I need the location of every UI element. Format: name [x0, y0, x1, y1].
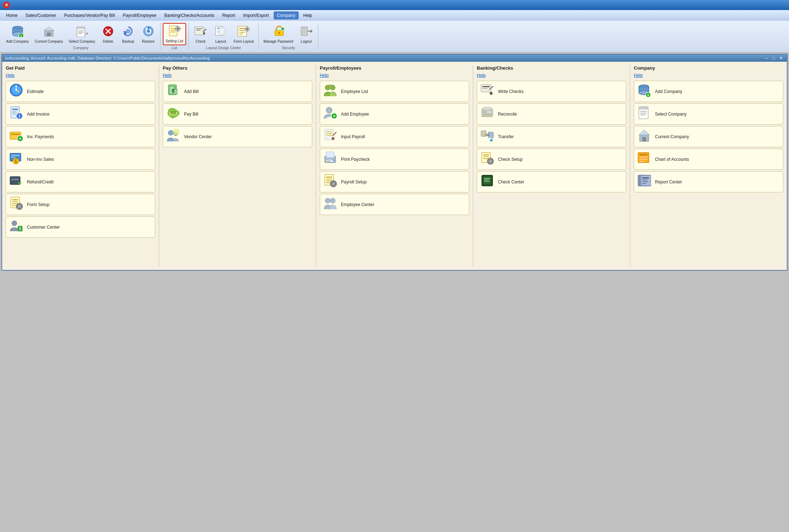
toolbar-btn-manage-password[interactable]: + Manage Password	[261, 24, 296, 45]
action-btn-chart-of-accounts[interactable]: Chart of Accounts	[634, 149, 783, 170]
action-btn-write-checks[interactable]: Write Checks	[477, 81, 626, 102]
svg-point-104	[168, 130, 173, 135]
svg-rect-143	[483, 114, 491, 115]
toolbar-btn-label-delete: Delete	[103, 39, 113, 43]
reconcile-icon	[480, 106, 494, 122]
window-title: ezAccounting, Account: Accounting.mdb, D…	[5, 56, 210, 60]
svg-rect-90	[12, 205, 16, 206]
action-btn-employee-center[interactable]: Employee Center	[320, 194, 469, 215]
svg-rect-174	[640, 115, 645, 115]
column-help-company[interactable]: Help	[634, 73, 783, 78]
toolbar: + Add Company Current Company Select Com…	[0, 21, 789, 52]
menu-item-import[interactable]: Import/Export	[240, 11, 272, 19]
non-inv-sales-icon: $	[9, 151, 23, 167]
toolbar-btn-backup[interactable]: Backup	[119, 24, 138, 45]
action-btn-customer-center[interactable]: Customer Center	[6, 216, 155, 238]
toolbar-btn-check[interactable]: Check	[191, 24, 210, 45]
svg-rect-161	[483, 177, 491, 185]
action-btn-input-payroll[interactable]: Input Payroll	[320, 126, 469, 147]
svg-rect-34	[196, 30, 200, 31]
action-btn-report-center[interactable]: Report Center	[634, 171, 783, 192]
close-btn[interactable]: ✕	[778, 56, 784, 61]
toolbar-btn-select-company[interactable]: Select Company	[66, 24, 97, 45]
svg-rect-116	[326, 135, 332, 136]
employee-center-icon	[323, 196, 337, 213]
column-help-pay-others[interactable]: Help	[163, 73, 312, 78]
action-btn-add-employee[interactable]: + Add Employee	[320, 103, 469, 125]
action-btn-refund-credit[interactable]: Refund/Credit	[6, 171, 155, 192]
svg-point-92	[18, 205, 21, 208]
menu-item-purchases[interactable]: Purchases/Vendor/Pay Bill	[61, 11, 118, 19]
column-help-get-paid[interactable]: Help	[6, 73, 155, 78]
column-divider	[159, 65, 159, 266]
menu-item-report[interactable]: Report	[219, 11, 239, 19]
action-btn-label-form-setup: Form Setup	[27, 202, 50, 207]
menu-item-help[interactable]: Help	[300, 11, 315, 19]
svg-rect-18	[126, 29, 130, 33]
column-help-payroll-employees[interactable]: Help	[320, 73, 469, 78]
action-btn-pay-bill[interactable]: $$$ Pay Bill	[163, 103, 312, 125]
action-btn-estimate[interactable]: Estimate	[6, 81, 155, 102]
toolbar-btn-form-layout[interactable]: Form Layout	[231, 24, 256, 45]
app-icon: ✕	[3, 1, 10, 9]
action-btn-transfer[interactable]: Transfer	[477, 126, 626, 147]
action-btn-check-setup[interactable]: Check Setup	[477, 149, 626, 170]
toolbar-btn-label-form-layout: Form Layout	[234, 39, 254, 43]
toolbar-group-layout-design-center: Check Layout Form LayoutLayout Design Ce…	[191, 24, 256, 50]
column-get-paid: Get PaidHelp Estimate i Add Invoice + In…	[6, 65, 155, 266]
title-bar: ✕	[0, 0, 789, 10]
minimize-btn[interactable]: ─	[764, 56, 769, 61]
action-btn-reconcile[interactable]: Reconcile	[477, 103, 626, 125]
toolbar-btn-delete[interactable]: Delete	[98, 24, 118, 45]
toolbar-btn-label-select-company: Select Company	[69, 39, 95, 43]
svg-rect-162	[484, 178, 490, 179]
action-btn-inv-payments[interactable]: + Inv. Payments	[6, 126, 155, 147]
action-btn-select-company-btn[interactable]: Select Company	[634, 103, 783, 125]
menu-item-payroll[interactable]: Payroll/Employee	[120, 11, 160, 19]
toolbar-btn-setting-list[interactable]: Setting List	[163, 23, 186, 45]
menu-item-company[interactable]: Company	[274, 11, 299, 19]
svg-marker-61	[310, 29, 313, 33]
column-title-banking-checks: Banking/Checks	[477, 65, 626, 71]
action-btn-check-center[interactable]: Check Center	[477, 171, 626, 192]
column-title-get-paid: Get Paid	[6, 65, 155, 71]
action-btn-add-bill[interactable]: $ Add Bill	[163, 81, 312, 102]
action-btn-employee-list[interactable]: Employee List	[320, 81, 469, 102]
action-btn-form-setup[interactable]: Form Setup	[6, 194, 155, 215]
menu-item-home[interactable]: Home	[3, 11, 21, 19]
svg-point-132	[325, 198, 330, 203]
action-btn-vendor-center[interactable]: Vendor Center	[163, 126, 312, 147]
svg-rect-188	[642, 181, 648, 182]
column-title-pay-others: Pay Others	[163, 65, 312, 71]
toolbar-btn-add-company[interactable]: + Add Company	[4, 24, 31, 45]
menu-item-sales[interactable]: Sales/Customer	[22, 11, 59, 19]
svg-rect-88	[12, 201, 18, 202]
action-btn-print-paycheck[interactable]: Print Paycheck	[320, 149, 469, 170]
toolbar-separator	[258, 23, 259, 50]
toolbar-group-list: Setting ListList	[163, 23, 186, 50]
toolbar-btn-current-company[interactable]: Current Company	[32, 24, 65, 45]
column-help-banking-checks[interactable]: Help	[477, 73, 626, 78]
action-btn-payroll-setup[interactable]: Payroll Setup	[320, 171, 469, 192]
svg-rect-59	[301, 27, 308, 36]
svg-rect-106	[174, 129, 179, 135]
add-bill-icon: $	[166, 83, 180, 99]
svg-point-131	[332, 182, 335, 185]
menu-item-banking[interactable]: Banking/Checks/Accounts	[161, 11, 217, 19]
svg-point-109	[328, 85, 332, 88]
action-btn-add-invoice[interactable]: i Add Invoice	[6, 103, 155, 125]
action-btn-current-company-btn[interactable]: Current Company	[634, 126, 783, 147]
toolbar-btn-layout[interactable]: Layout	[211, 24, 230, 45]
maximize-btn[interactable]: □	[771, 56, 776, 61]
check-setup-icon	[480, 151, 494, 167]
toolbar-btn-restore[interactable]: Restore	[139, 24, 158, 45]
toolbar-btn-logout[interactable]: Logout	[296, 24, 316, 45]
action-btn-label-payroll-setup: Payroll Setup	[341, 179, 366, 185]
action-btn-non-inv-sales[interactable]: $ Non-Inv Sales	[6, 149, 155, 170]
svg-rect-142	[487, 111, 491, 113]
column-divider	[630, 65, 630, 266]
add-employee-icon: +	[323, 106, 337, 122]
action-btn-add-company-btn[interactable]: + Add Company	[634, 81, 783, 102]
toolbar-separator	[318, 23, 318, 50]
svg-rect-80	[11, 157, 15, 158]
